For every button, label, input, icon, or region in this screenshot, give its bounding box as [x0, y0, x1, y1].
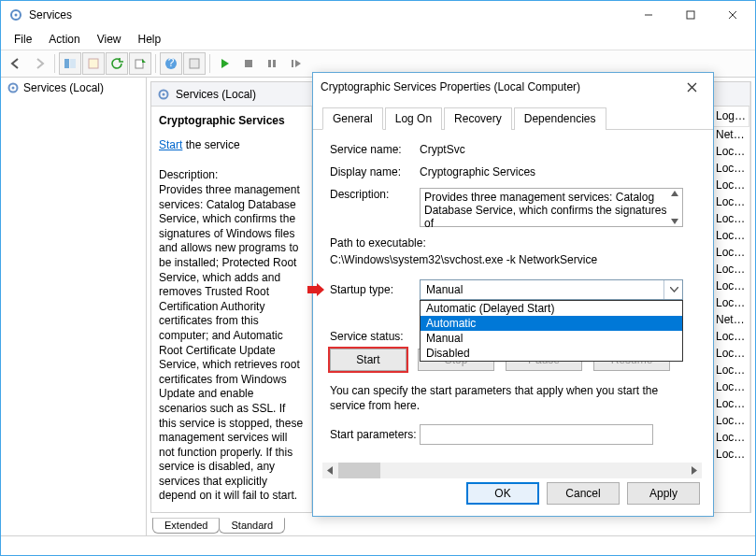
dlg-description-label: Description:: [330, 188, 420, 201]
svg-rect-3: [687, 11, 694, 19]
tree-node-label: Services (Local): [23, 81, 104, 94]
col-log[interactable]: Log…: [710, 107, 749, 127]
properties-button[interactable]: [82, 52, 105, 75]
stop-button[interactable]: [237, 52, 260, 75]
startup-option-disabled[interactable]: Disabled: [421, 346, 682, 361]
window-title: Services: [29, 8, 627, 21]
play-button[interactable]: [214, 52, 236, 75]
svg-rect-8: [89, 59, 98, 68]
tab-standard[interactable]: Standard: [219, 518, 285, 534]
service-name-label: Service name:: [330, 143, 420, 156]
svg-rect-12: [190, 59, 199, 68]
menu-file[interactable]: File: [7, 31, 39, 48]
dialog-tab-logon[interactable]: Log On: [385, 107, 442, 130]
path-value: C:\Windows\system32\svchost.exe -k Netwo…: [330, 253, 696, 266]
dialog-hscroll[interactable]: [322, 463, 702, 478]
svg-rect-13: [245, 60, 252, 67]
cell-log: Loc…: [710, 278, 749, 295]
svg-rect-15: [273, 60, 276, 67]
svg-point-20: [163, 93, 165, 95]
selected-service-title: Cryptographic Services: [159, 114, 304, 127]
chevron-down-icon: [663, 280, 678, 299]
back-button[interactable]: [5, 52, 27, 75]
startup-type-value: Manual: [426, 283, 463, 296]
start-params-hint: You can specify the start parameters tha…: [330, 384, 696, 413]
statusbar: [1, 535, 755, 555]
startup-option-manual[interactable]: Manual: [421, 331, 682, 346]
startup-type-select[interactable]: Manual Automatic (Delayed Start) Automat…: [420, 279, 683, 300]
scroll-left-icon[interactable]: [322, 463, 338, 478]
highlight-arrow-icon: [307, 283, 324, 296]
cell-log: Net…: [710, 127, 749, 144]
path-label: Path to executable:: [330, 236, 696, 249]
properties-dialog: Cryptographic Services Properties (Local…: [312, 72, 714, 517]
description-label: Description:: [159, 168, 304, 181]
startup-option-automatic[interactable]: Automatic: [421, 316, 682, 331]
startup-option-delayed[interactable]: Automatic (Delayed Start): [421, 301, 682, 316]
ok-button[interactable]: OK: [466, 482, 539, 505]
dlg-description-box[interactable]: Provides three management services: Cata…: [420, 188, 683, 227]
dialog-tab-dependencies[interactable]: Dependencies: [514, 107, 606, 130]
menu-help[interactable]: Help: [131, 31, 169, 48]
service-name-value: CryptSvc: [420, 143, 696, 156]
cell-log: Net…: [710, 312, 749, 329]
dialog-tab-recovery[interactable]: Recovery: [444, 107, 512, 130]
svg-text:?: ?: [168, 57, 175, 69]
show-hide-tree-button[interactable]: [59, 52, 81, 75]
forward-button[interactable]: [28, 52, 50, 75]
cell-log: Loc…: [710, 363, 749, 379]
description-text: Provides three management services: Cata…: [159, 183, 304, 504]
dialog-close-button[interactable]: [678, 74, 706, 100]
scroll-right-icon[interactable]: [686, 463, 702, 478]
cell-log: Loc…: [710, 447, 749, 463]
pause-button[interactable]: [261, 52, 283, 75]
cell-log: Loc…: [710, 329, 749, 346]
cancel-button[interactable]: Cancel: [547, 482, 620, 505]
start-link[interactable]: Start: [159, 138, 182, 151]
cell-log: Loc…: [710, 346, 749, 363]
tab-extended[interactable]: Extended: [152, 518, 220, 534]
svg-rect-16: [292, 60, 293, 67]
detail-header-label: Services (Local): [176, 88, 256, 101]
cell-log: Loc…: [710, 379, 749, 396]
cell-log: Loc…: [710, 211, 749, 228]
scroll-down-icon[interactable]: [671, 219, 678, 224]
maximize-button[interactable]: [669, 2, 711, 28]
svg-rect-7: [70, 59, 76, 68]
apply-button[interactable]: Apply: [627, 482, 700, 505]
minimize-button[interactable]: [627, 2, 669, 28]
export-button[interactable]: [129, 52, 151, 75]
tree-node-services[interactable]: Services (Local): [1, 78, 146, 98]
startup-type-dropdown: Automatic (Delayed Start) Automatic Manu…: [420, 300, 683, 362]
restart-button[interactable]: [284, 52, 307, 75]
cell-log: Loc…: [710, 295, 749, 312]
svg-point-1: [15, 14, 18, 17]
dialog-tab-general[interactable]: General: [322, 107, 383, 130]
svg-rect-6: [64, 59, 69, 68]
start-params-label: Start parameters:: [330, 428, 420, 441]
scroll-thumb[interactable]: [338, 463, 380, 478]
start-params-input[interactable]: [420, 424, 653, 445]
start-service-row: Start the service: [159, 138, 304, 151]
menubar: File Action View Help: [1, 29, 755, 50]
services-icon: [8, 7, 23, 22]
startup-type-label: Startup type:: [330, 283, 420, 296]
display-name-value: Cryptographic Services: [420, 165, 696, 178]
help2-button[interactable]: [183, 52, 206, 75]
dialog-title: Cryptographic Services Properties (Local…: [321, 80, 678, 93]
tree-pane: Services (Local): [1, 78, 147, 535]
display-name-label: Display name:: [330, 165, 420, 178]
menu-action[interactable]: Action: [41, 31, 87, 48]
cell-log: Loc…: [710, 430, 749, 447]
close-button[interactable]: [711, 2, 753, 28]
titlebar: Services: [1, 1, 755, 29]
services-window: Services File Action View Help ?: [0, 0, 756, 556]
refresh-button[interactable]: [106, 52, 128, 75]
start-button[interactable]: Start: [330, 349, 407, 371]
scroll-up-icon[interactable]: [671, 191, 678, 196]
cell-log: Loc…: [710, 245, 749, 262]
menu-view[interactable]: View: [90, 31, 129, 48]
gear-icon: [7, 81, 20, 94]
svg-rect-14: [268, 60, 271, 67]
help-button[interactable]: ?: [160, 52, 182, 75]
